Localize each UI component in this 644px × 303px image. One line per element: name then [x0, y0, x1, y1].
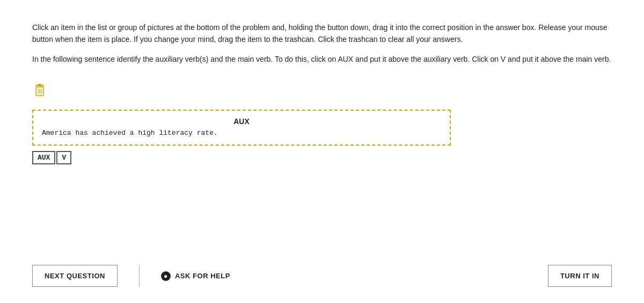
- answer-box-sentence: America has achieved a high literacy rat…: [42, 129, 441, 137]
- drag-label-v[interactable]: V: [56, 151, 71, 164]
- ask-for-help-label: ASK FOR HELP: [175, 272, 230, 280]
- answer-box: AUX America has achieved a high literacy…: [32, 110, 451, 146]
- bottom-bar: NEXT QUESTION ● ASK FOR HELP TURN IT IN: [32, 254, 612, 287]
- instruction-paragraph-2: In the following sentence identify the a…: [32, 53, 612, 65]
- next-question-button[interactable]: NEXT QUESTION: [32, 265, 118, 287]
- page-container: Click an item in the list or group of pi…: [0, 0, 644, 303]
- bottom-divider: [139, 265, 140, 287]
- help-circle-icon: ●: [161, 271, 171, 281]
- drag-labels-row: AUX V: [32, 151, 612, 164]
- instruction-paragraph-1: Click an item in the list or group of pi…: [32, 21, 612, 46]
- turn-it-in-button[interactable]: TURN IT IN: [548, 265, 612, 287]
- trash-icon[interactable]: [32, 83, 47, 99]
- drag-label-aux[interactable]: AUX: [32, 151, 55, 164]
- answer-box-header: AUX: [42, 117, 441, 126]
- svg-rect-1: [38, 84, 41, 85]
- ask-for-help-area[interactable]: ● ASK FOR HELP: [161, 271, 230, 281]
- instructions-block: Click an item in the list or group of pi…: [32, 21, 612, 73]
- trash-icon-area[interactable]: [32, 83, 612, 100]
